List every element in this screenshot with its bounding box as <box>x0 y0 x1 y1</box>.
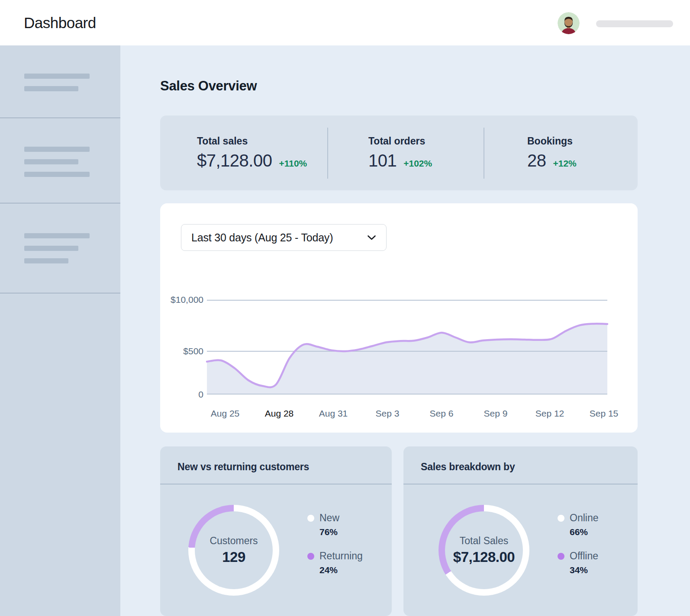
legend-label: New <box>319 512 363 524</box>
avatar[interactable] <box>558 12 580 34</box>
skeleton-bar <box>24 147 90 152</box>
breakdown-legend: Online66%Offline34% <box>558 512 598 575</box>
legend-dot-icon <box>558 515 564 522</box>
chevron-down-icon <box>367 235 376 241</box>
sidebar-nav-group-1[interactable] <box>0 45 120 118</box>
x-tick-label: Sep 9 <box>484 408 508 419</box>
x-tick-label: Sep 3 <box>376 408 400 419</box>
y-tick-label: $10,000 <box>171 295 203 305</box>
skeleton-bar <box>24 258 68 263</box>
customers-legend: New76%Returning24% <box>307 512 363 575</box>
stat-value: 28 <box>527 151 546 170</box>
x-tick-label: Aug 31 <box>319 408 348 419</box>
customers-card: New vs returning customers Customers 129… <box>160 446 392 616</box>
stat-total-orders: Total orders 101 +102% <box>328 116 484 190</box>
stat-total-sales: Total sales $7,128.00 +110% <box>160 116 327 190</box>
x-tick-label: Sep 15 <box>590 408 619 419</box>
donut-center-value: $7,128.00 <box>453 549 515 565</box>
sidebar-nav-group-2[interactable] <box>0 118 120 203</box>
donut-center-label: Total Sales <box>460 535 509 547</box>
legend-label: Returning <box>319 550 363 562</box>
stat-delta-badge: +102% <box>403 158 432 169</box>
x-tick-label: Aug 28 <box>265 408 294 419</box>
customers-donut-chart: Customers 129 <box>188 505 279 596</box>
stats-summary-card: Total sales $7,128.00 +110% Total orders… <box>160 116 638 190</box>
stat-value: $7,128.00 <box>197 151 272 170</box>
legend-item: Online66% <box>558 512 598 537</box>
card-title: Sales breakdown by <box>421 461 638 473</box>
legend-item: Offline34% <box>558 550 598 575</box>
donut-center: Total Sales $7,128.00 <box>445 511 523 589</box>
stat-delta-badge: +110% <box>279 158 307 169</box>
app-title: Dashboard <box>24 14 96 32</box>
stat-label: Total sales <box>197 135 327 147</box>
legend-item: Returning24% <box>307 550 363 575</box>
area-chart-canvas <box>207 300 607 395</box>
sidebar-nav-group-3[interactable] <box>0 203 120 293</box>
card-header: Sales breakdown by <box>403 446 638 484</box>
legend-value: 66% <box>570 527 598 537</box>
legend-label: Online <box>570 512 598 524</box>
stat-label: Bookings <box>527 135 637 147</box>
legend-dot-icon <box>558 553 564 560</box>
y-tick-label: $500 <box>183 346 203 356</box>
skeleton-bar <box>24 74 90 79</box>
donut-center: Customers 129 <box>195 511 273 589</box>
breakdown-card: Sales breakdown by Total Sales $7,128.00… <box>403 446 638 616</box>
legend-value: 76% <box>319 527 363 537</box>
stat-delta-badge: +12% <box>553 158 577 169</box>
legend-dot-icon <box>307 515 314 522</box>
skeleton-bar <box>24 86 78 91</box>
stat-value: 101 <box>368 151 397 170</box>
donut-center-value: 129 <box>222 549 245 565</box>
legend-dot-icon <box>307 553 314 560</box>
card-title: New vs returning customers <box>177 461 392 473</box>
page-title: Sales Overview <box>160 78 257 94</box>
donut-center-label: Customers <box>210 535 258 547</box>
x-tick-label: Sep 6 <box>430 408 454 419</box>
legend-item: New76% <box>307 512 363 537</box>
sales-chart-card: Last 30 days (Aug 25 - Today) $10,000$50… <box>160 203 638 433</box>
sales-area-chart <box>207 300 607 395</box>
app-header: Dashboard <box>0 0 690 45</box>
skeleton-bar <box>24 159 78 164</box>
skeleton-bar <box>24 172 90 177</box>
date-range-label: Last 30 days (Aug 25 - Today) <box>191 231 333 244</box>
username-skeleton <box>596 20 673 27</box>
date-range-dropdown[interactable]: Last 30 days (Aug 25 - Today) <box>181 224 387 251</box>
legend-value: 34% <box>570 565 598 575</box>
y-tick-label: 0 <box>198 389 203 400</box>
user-photo-icon <box>558 12 580 34</box>
x-axis-labels: Aug 25Aug 28Aug 31Sep 3Sep 6Sep 9Sep 12S… <box>207 408 607 420</box>
x-tick-label: Sep 12 <box>535 408 564 419</box>
card-header: New vs returning customers <box>160 446 392 484</box>
breakdown-donut-chart: Total Sales $7,128.00 <box>439 505 529 596</box>
legend-value: 24% <box>319 565 363 575</box>
skeleton-bar <box>24 233 90 238</box>
x-tick-label: Aug 25 <box>211 408 240 419</box>
skeleton-bar <box>24 246 78 251</box>
legend-label: Offline <box>570 550 598 562</box>
sidebar <box>0 45 120 616</box>
stat-bookings: Bookings 28 +12% <box>484 116 637 190</box>
stat-label: Total orders <box>368 135 484 147</box>
